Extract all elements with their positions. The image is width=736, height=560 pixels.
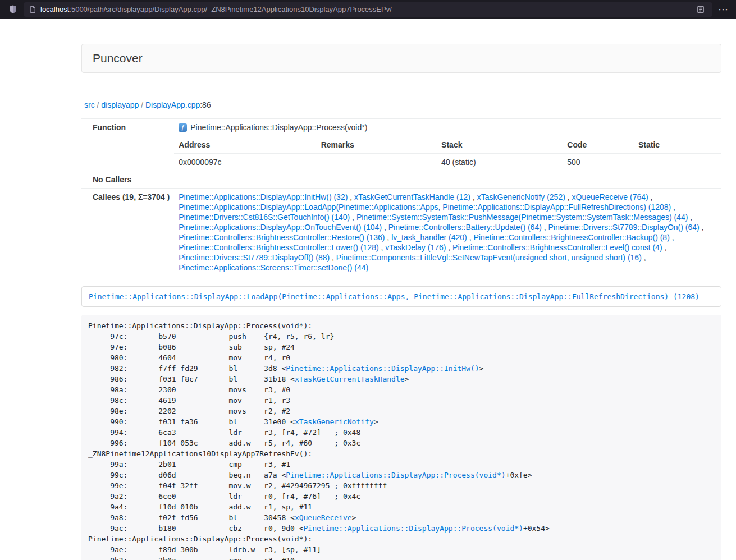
- callee-link[interactable]: xTaskGenericNotify (252): [477, 192, 565, 201]
- code-symbol-link[interactable]: Pinetime::Applications::DisplayApp::Proc…: [304, 524, 523, 533]
- callee-link[interactable]: Pinetime::Applications::DisplayApp::OnTo…: [179, 223, 382, 232]
- stats-row-label: [81, 136, 174, 171]
- callee-separator: ,: [688, 213, 692, 222]
- url-text[interactable]: localhost:5000/path/src/displayapp/Displ…: [40, 5, 392, 13]
- callees-label: Callees (19, Σ=3704 ): [81, 189, 174, 277]
- callee-separator: ,: [379, 243, 386, 252]
- column-header-code: Code: [563, 136, 634, 154]
- url-host: localhost: [40, 5, 69, 13]
- callees-list: Pinetime::Applications::DisplayApp::Init…: [174, 189, 721, 277]
- function-name: Pinetime::Applications::DisplayApp::Proc…: [190, 122, 367, 132]
- callee-link[interactable]: Pinetime::Controllers::BrightnessControl…: [179, 233, 385, 242]
- callee-link[interactable]: Pinetime::Drivers::St7789::DisplayOn() (…: [548, 223, 700, 232]
- function-row: Function ƒ Pinetime::Applications::Displ…: [81, 119, 721, 136]
- callee-separator: ,: [470, 192, 477, 201]
- callee-link[interactable]: xTaskGetCurrentTaskHandle (12): [354, 192, 470, 201]
- callee-separator: ,: [670, 233, 674, 242]
- callee-separator: ,: [662, 243, 667, 252]
- callee-separator: ,: [348, 192, 354, 201]
- page-content: Puncover src / displayapp / DisplayApp.c…: [81, 44, 721, 560]
- stats-cell: AddressRemarksStackCodeStatic 0x0000097c…: [174, 136, 721, 171]
- stats-header-row: AddressRemarksStackCodeStatic: [174, 136, 721, 154]
- stat-value-static: [634, 154, 721, 171]
- page-icon: [29, 6, 36, 13]
- callee-separator: ,: [382, 223, 388, 232]
- stats-value-row: 0x0000097c40 (static)500: [174, 154, 721, 171]
- breadcrumb-separator: /: [95, 100, 102, 109]
- function-row-label: Function: [81, 119, 174, 136]
- callee-separator: ,: [648, 192, 653, 201]
- code-symbol-link[interactable]: xTaskGetCurrentTaskHandle: [295, 375, 405, 383]
- callees-row: Callees (19, Σ=3704 ) Pinetime::Applicat…: [81, 189, 721, 277]
- selected-callee-box: Pinetime::Applications::DisplayApp::Load…: [81, 286, 721, 307]
- callee-link[interactable]: Pinetime::Components::LittleVgl::SetNewT…: [336, 253, 642, 262]
- breadcrumb-item-src[interactable]: src: [84, 100, 95, 109]
- callee-link[interactable]: Pinetime::Controllers::BrightnessControl…: [473, 233, 669, 242]
- stat-value-remarks: [317, 154, 437, 171]
- code-symbol-link[interactable]: xTaskGenericNotify: [295, 417, 374, 426]
- callee-separator: ,: [385, 233, 391, 242]
- code-symbol-link[interactable]: Pinetime::Applications::DisplayApp::Init…: [286, 364, 479, 373]
- disassembly-block: Pinetime::Applications::DisplayApp::Proc…: [81, 315, 721, 560]
- callee-separator: ,: [671, 203, 675, 212]
- no-callers-cell: [174, 171, 721, 189]
- page-title: Puncover: [81, 44, 721, 73]
- code-symbol-link[interactable]: xQueueReceive: [295, 513, 352, 522]
- url-path: :5000/path/src/displayapp/DisplayApp.cpp…: [69, 5, 392, 13]
- browser-toolbar: localhost:5000/path/src/displayapp/Displ…: [0, 0, 736, 19]
- function-cell: ƒ Pinetime::Applications::DisplayApp::Pr…: [174, 119, 721, 136]
- callee-link[interactable]: Pinetime::Applications::DisplayApp::Init…: [179, 192, 348, 201]
- callee-separator: ,: [330, 253, 336, 262]
- stat-value-code: 500: [563, 154, 634, 171]
- stats-table: AddressRemarksStackCodeStatic 0x0000097c…: [174, 136, 721, 171]
- column-header-address: Address: [174, 136, 316, 154]
- stats-row-outer: AddressRemarksStackCodeStatic 0x0000097c…: [81, 136, 721, 171]
- callee-link[interactable]: Pinetime::Applications::Screens::Timer::…: [179, 263, 368, 272]
- callee-link[interactable]: lv_task_handler (420): [391, 233, 467, 242]
- reader-view-icon[interactable]: [694, 3, 707, 16]
- code-symbol-link[interactable]: Pinetime::Applications::DisplayApp::Proc…: [286, 471, 505, 479]
- breadcrumb-item-displayapp.cpp[interactable]: DisplayApp.cpp: [145, 100, 200, 109]
- callee-link[interactable]: Pinetime::Drivers::Cst816S::GetTouchInfo…: [179, 213, 350, 222]
- breadcrumb-separator: /: [139, 100, 145, 109]
- function-icon: ƒ: [179, 123, 187, 132]
- callee-link[interactable]: Pinetime::Applications::DisplayApp::Load…: [179, 203, 671, 212]
- no-callers-row: No Callers: [81, 171, 721, 189]
- column-header-remarks: Remarks: [317, 136, 437, 154]
- callee-separator: ,: [446, 243, 452, 252]
- stat-value-address: 0x0000097c: [174, 154, 316, 171]
- callee-link[interactable]: Pinetime::Controllers::BrightnessControl…: [452, 243, 662, 252]
- shield-icon[interactable]: [7, 3, 19, 16]
- breadcrumb-line-number: :86: [200, 100, 211, 109]
- no-callers-label: No Callers: [81, 171, 174, 189]
- function-table: Function ƒ Pinetime::Applications::Displ…: [81, 118, 721, 276]
- url-bar[interactable]: localhost:5000/path/src/displayapp/Displ…: [24, 2, 712, 17]
- callee-separator: ,: [350, 213, 356, 222]
- callee-separator: ,: [700, 223, 704, 232]
- stat-value-stack: 40 (static): [437, 154, 563, 171]
- column-header-static: Static: [634, 136, 721, 154]
- callee-link[interactable]: Pinetime::Controllers::BrightnessControl…: [179, 243, 378, 252]
- callee-link[interactable]: xQueueReceive (764): [572, 192, 648, 201]
- callee-separator: ,: [467, 233, 474, 242]
- breadcrumb-item-displayapp[interactable]: displayapp: [101, 100, 139, 109]
- callee-link[interactable]: Pinetime::System::SystemTask::PushMessag…: [356, 213, 688, 222]
- divider: [81, 90, 721, 90]
- callee-separator: ,: [565, 192, 572, 201]
- callee-link[interactable]: Pinetime::Controllers::Battery::Update()…: [388, 223, 542, 232]
- callee-link[interactable]: Pinetime::Drivers::St7789::DisplayOff() …: [179, 253, 330, 262]
- callee-separator: ,: [642, 253, 646, 262]
- breadcrumb: src / displayapp / DisplayApp.cpp:86: [81, 99, 721, 111]
- column-header-stack: Stack: [437, 136, 563, 154]
- selected-callee-link[interactable]: Pinetime::Applications::DisplayApp::Load…: [89, 292, 700, 301]
- overflow-menu-icon[interactable]: ⋯: [717, 3, 729, 16]
- callee-separator: ,: [542, 223, 548, 232]
- callee-link[interactable]: vTaskDelay (176): [385, 243, 446, 252]
